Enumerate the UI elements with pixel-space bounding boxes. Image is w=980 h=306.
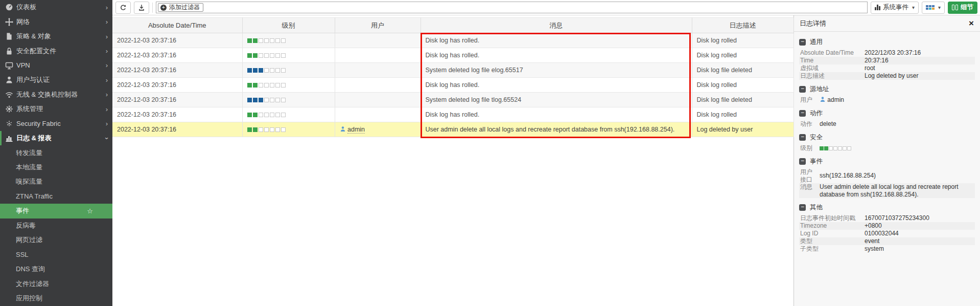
field-label: 消息 bbox=[800, 183, 820, 191]
cell-level bbox=[242, 33, 335, 48]
column-header-level[interactable]: 级别 bbox=[242, 18, 335, 33]
sidebar-item-sniffer-traffic[interactable]: 嗅探流量 bbox=[0, 174, 112, 189]
sidebar-menu: 仪表板›网络›策略 & 对象›安全配置文件›VPN›用户与认证›无线 & 交换机… bbox=[0, 0, 112, 305]
field-label: 虚拟域 bbox=[800, 64, 865, 72]
sidebar-item-vpn[interactable]: VPN› bbox=[0, 58, 112, 73]
field-label: Absolute Date/Time bbox=[800, 49, 865, 57]
log-row[interactable]: 2022-12-03 20:37:16Disk log has rolled.D… bbox=[112, 107, 794, 122]
collapse-section-icon[interactable]: − bbox=[799, 204, 806, 211]
user-icon bbox=[5, 76, 13, 84]
cell-level bbox=[242, 63, 335, 78]
column-header-message[interactable]: 消息 bbox=[421, 18, 692, 33]
chevron-right-icon: › bbox=[106, 120, 108, 127]
sidebar-item-web-filter[interactable]: 网页过滤 bbox=[0, 233, 112, 247]
sidebar-item-antivirus[interactable]: 反病毒 bbox=[0, 218, 112, 233]
sidebar-item-ssl[interactable]: SSL bbox=[0, 247, 112, 261]
log-row[interactable]: 2022-12-03 20:37:16Disk log has rolled.D… bbox=[112, 78, 794, 93]
sidebar-item-system[interactable]: 系统管理› bbox=[0, 102, 112, 116]
details-toggle-button[interactable]: 细节 bbox=[948, 2, 977, 14]
column-header-user[interactable]: 用户 bbox=[335, 18, 421, 33]
field-value: ssh(192.168.88.254) bbox=[820, 172, 876, 180]
sidebar-item-forward-traffic[interactable]: 转发流量 bbox=[0, 145, 112, 160]
sidebar-item-label: 文件过滤器 bbox=[16, 279, 49, 289]
download-button[interactable] bbox=[134, 2, 149, 14]
main-area: + 添加过滤器 系统事件 ▾ ▾ 细节 bbox=[112, 0, 980, 306]
log-location-dropdown[interactable]: ▾ bbox=[922, 2, 945, 14]
chevron-right-icon: › bbox=[106, 48, 108, 54]
log-row[interactable]: 2022-12-03 20:37:16System deleted log fi… bbox=[112, 63, 794, 78]
collapse-section-icon[interactable]: − bbox=[799, 86, 806, 93]
collapse-section-icon[interactable]: − bbox=[799, 110, 806, 117]
cell-level bbox=[242, 122, 335, 137]
log-row[interactable]: 2022-12-03 20:37:16System deleted log fi… bbox=[112, 93, 794, 107]
cell-message: Disk log has rolled. bbox=[421, 33, 692, 48]
cell-datetime: 2022-12-03 20:37:16 bbox=[112, 107, 242, 122]
filter-bar[interactable]: + 添加过滤器 bbox=[156, 2, 868, 13]
app-root: 仪表板›网络›策略 & 对象›安全配置文件›VPN›用户与认证›无线 & 交换机… bbox=[0, 0, 980, 306]
sidebar-item-label: SSL bbox=[16, 251, 29, 258]
sidebar: 仪表板›网络›策略 & 对象›安全配置文件›VPN›用户与认证›无线 & 交换机… bbox=[0, 0, 112, 306]
add-filter-button[interactable]: + 添加过滤器 bbox=[158, 3, 203, 12]
log-row[interactable]: 2022-12-03 20:37:16Disk log has rolled.D… bbox=[112, 48, 794, 63]
field-value: admin bbox=[820, 96, 844, 104]
chevron-down-icon: › bbox=[103, 137, 110, 139]
field-value: delete bbox=[820, 120, 836, 128]
user-icon bbox=[820, 96, 826, 103]
sidebar-item-label: 用户与认证 bbox=[16, 75, 50, 84]
cell-level bbox=[242, 48, 335, 63]
detail-row: 子类型system bbox=[799, 245, 975, 253]
column-header-description[interactable]: 日志描述 bbox=[692, 18, 794, 33]
close-icon[interactable]: × bbox=[969, 19, 974, 28]
field-value: User admin delete all local logs and rec… bbox=[820, 183, 974, 198]
sidebar-item-wifi-switch-controller[interactable]: 无线 & 交换机控制器› bbox=[0, 88, 112, 102]
collapse-section-icon[interactable]: − bbox=[799, 39, 806, 46]
cell-message: System deleted log file tlog.65524 bbox=[421, 93, 692, 107]
sidebar-item-dashboard[interactable]: 仪表板› bbox=[0, 0, 112, 14]
monitor-icon bbox=[5, 61, 13, 70]
chevron-right-icon: › bbox=[106, 33, 108, 40]
user-admin-link[interactable]: admin bbox=[347, 126, 365, 134]
sidebar-item-user-auth[interactable]: 用户与认证› bbox=[0, 73, 112, 87]
add-filter-icon: + bbox=[160, 5, 167, 11]
sidebar-item-events[interactable]: 事件☆ bbox=[0, 204, 112, 218]
sidebar-item-label: 仪表板 bbox=[16, 3, 36, 12]
cell-user bbox=[335, 63, 421, 78]
cell-level bbox=[242, 93, 335, 107]
field-label: 级别 bbox=[800, 144, 820, 152]
column-header-datetime[interactable]: Absolute Date/Time bbox=[112, 18, 242, 33]
sidebar-item-network[interactable]: 网络› bbox=[0, 14, 112, 29]
cell-datetime: 2022-12-03 20:37:16 bbox=[112, 33, 242, 48]
sidebar-item-ztna-traffic[interactable]: ZTNA Traffic bbox=[0, 189, 112, 204]
refresh-button[interactable] bbox=[115, 2, 131, 14]
level-indicator bbox=[247, 38, 286, 43]
panel-title: 日志详情 bbox=[800, 19, 826, 28]
sidebar-item-security-profiles[interactable]: 安全配置文件› bbox=[0, 43, 112, 58]
sidebar-item-label: 转发流量 bbox=[16, 148, 42, 158]
panel-section-event: −事件用户 接口ssh(192.168.88.254)消息User admin … bbox=[799, 157, 975, 198]
bar-chart-icon bbox=[875, 5, 880, 10]
log-type-dropdown[interactable]: 系统事件 ▾ bbox=[871, 2, 919, 14]
field-label: Log ID bbox=[800, 230, 865, 237]
sidebar-item-dns-query[interactable]: DNS 查询 bbox=[0, 262, 112, 276]
collapse-section-icon[interactable]: − bbox=[799, 158, 806, 165]
section-header: −事件 bbox=[799, 157, 975, 166]
log-row[interactable]: 2022-12-03 20:37:16 adminUser admin dele… bbox=[112, 122, 794, 137]
chevron-right-icon: › bbox=[106, 62, 108, 69]
section-header: −通用 bbox=[799, 37, 975, 47]
sidebar-item-policy-objects[interactable]: 策略 & 对象› bbox=[0, 29, 112, 43]
cell-message: Disk log has rolled. bbox=[421, 78, 692, 93]
sidebar-item-label: 网络 bbox=[16, 17, 30, 27]
cell-description: Disk log rolled bbox=[692, 33, 794, 48]
sidebar-item-security-fabric[interactable]: Security Fabric› bbox=[0, 117, 112, 131]
cell-message: Disk log has rolled. bbox=[421, 107, 692, 122]
favorite-star-icon[interactable]: ☆ bbox=[87, 207, 93, 215]
sidebar-item-label: 安全配置文件 bbox=[16, 47, 56, 56]
field-value: 20:37:16 bbox=[865, 57, 889, 64]
cell-user bbox=[335, 48, 421, 63]
sidebar-item-app-control[interactable]: 应用控制 bbox=[0, 291, 112, 305]
sidebar-item-local-traffic[interactable]: 本地流量 bbox=[0, 160, 112, 174]
sidebar-item-log-report[interactable]: 日志 & 报表› bbox=[0, 131, 112, 145]
collapse-section-icon[interactable]: − bbox=[799, 134, 806, 141]
sidebar-item-file-filter[interactable]: 文件过滤器 bbox=[0, 276, 112, 291]
log-row[interactable]: 2022-12-03 20:37:16Disk log has rolled.D… bbox=[112, 33, 794, 48]
